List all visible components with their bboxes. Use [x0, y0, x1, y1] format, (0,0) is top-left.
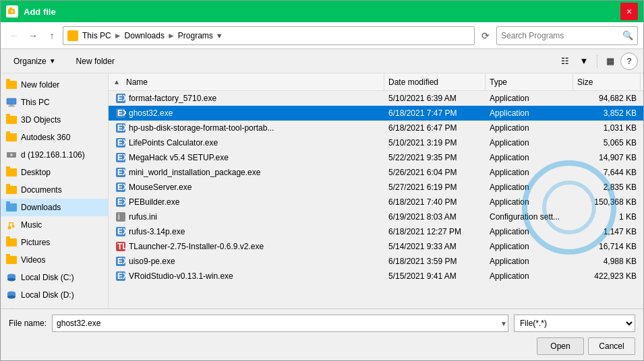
- breadcrumb-downloads[interactable]: Downloads: [125, 31, 165, 40]
- sidebar-item-3d-objects[interactable]: 3D Objects: [1, 111, 108, 129]
- svg-point-8: [10, 154, 13, 156]
- search-input[interactable]: [501, 31, 622, 40]
- file-type-cell: Application: [486, 153, 573, 162]
- file-name-text: LifePoints Calculator.exe: [129, 138, 218, 147]
- table-row[interactable]: EX mini_world_installation_package.exe 5…: [109, 165, 643, 180]
- filename-input[interactable]: [52, 315, 508, 332]
- file-icon: EX: [115, 256, 126, 267]
- file-name-cell: EX uiso9-pe.exe: [111, 256, 384, 267]
- file-type-cell: Application: [486, 183, 573, 192]
- sidebar-item-local-d[interactable]: Local Disk (D:): [1, 286, 108, 304]
- back-button[interactable]: ←: [6, 28, 22, 44]
- view-details-button[interactable]: ☷: [556, 53, 574, 70]
- col-header-size[interactable]: Size: [573, 73, 641, 90]
- sidebar-item-label: Pictures: [21, 238, 50, 247]
- table-row[interactable]: i rufus.ini 6/19/2021 8:03 AM Configurat…: [109, 209, 643, 224]
- table-row[interactable]: EX PEBuilder.exe 6/18/2021 7:40 PM Appli…: [109, 195, 643, 209]
- file-size-cell: 2,835 KB: [573, 183, 641, 192]
- file-icon: EX: [115, 271, 126, 282]
- file-date-cell: 5/10/2021 6:39 AM: [384, 94, 486, 103]
- sidebar-item-videos[interactable]: Videos: [1, 251, 108, 269]
- table-row[interactable]: EX MegaHack v5.4 SETUP.exe 5/22/2021 9:3…: [109, 150, 643, 165]
- bottom-bar: File name: ▼ File(*.*) Open Cancel: [1, 308, 643, 360]
- file-name-cell: EX LifePoints Calculator.exe: [111, 137, 384, 148]
- sidebar-item-new-folder[interactable]: New folder: [1, 76, 108, 94]
- table-row[interactable]: EX format-factory_5710.exe 5/10/2021 6:3…: [109, 91, 643, 106]
- file-date-cell: 5/15/2021 9:41 AM: [384, 271, 486, 281]
- autodesk-icon: [6, 132, 17, 143]
- breadcrumb-thispc[interactable]: This PC: [82, 31, 111, 40]
- filetype-select[interactable]: File(*.*): [514, 315, 635, 332]
- table-row[interactable]: EX rufus-3.14p.exe 6/18/2021 12:27 PM Ap…: [109, 224, 643, 239]
- file-name-cell: EX PEBuilder.exe: [111, 197, 384, 207]
- preview-pane-button[interactable]: ▦: [602, 53, 619, 70]
- sidebar-item-pictures[interactable]: Pictures: [1, 234, 108, 251]
- sidebar-item-label: Local Disk (C:): [21, 273, 74, 282]
- svg-rect-4: [7, 98, 16, 104]
- file-type-cell: Application: [486, 197, 573, 207]
- file-icon: EX: [115, 152, 126, 163]
- up-button[interactable]: ↑: [44, 28, 60, 44]
- file-name-text: MouseServer.exe: [129, 183, 192, 192]
- file-name-cell: EX VRoidStudio-v0.13.1-win.exe: [111, 271, 384, 282]
- cd-drive-icon: [6, 307, 17, 308]
- file-size-cell: 1,147 KB: [573, 227, 641, 236]
- sidebar-item-documents[interactable]: Documents: [1, 181, 108, 199]
- file-name-cell: EX mini_world_installation_package.exe: [111, 167, 384, 178]
- refresh-button[interactable]: ⟳: [477, 28, 494, 44]
- sidebar-item-downloads[interactable]: Downloads: [1, 199, 108, 216]
- sidebar-item-cd-drive[interactable]: CD Drive (F:): [1, 304, 108, 308]
- new-folder-button[interactable]: New folder: [69, 53, 122, 70]
- sidebar-item-label: New folder: [21, 80, 59, 90]
- open-button[interactable]: Open: [537, 337, 584, 355]
- sidebar-item-label: Local Disk (D:): [21, 290, 74, 300]
- new-folder-icon: [6, 79, 17, 90]
- sidebar-item-label: Autodesk 360: [21, 133, 70, 142]
- table-row[interactable]: TL TLauncher-2.75-Installer-0.6.9.v2.exe…: [109, 239, 643, 254]
- col-header-name[interactable]: Name: [122, 73, 384, 90]
- close-button[interactable]: ×: [620, 3, 638, 20]
- file-icon: TL: [115, 241, 126, 252]
- svg-text:EX: EX: [117, 138, 126, 147]
- col-header-type[interactable]: Type: [486, 73, 573, 90]
- sidebar-item-label: This PC: [21, 98, 50, 107]
- help-button[interactable]: ?: [620, 53, 638, 70]
- sidebar-item-network[interactable]: d (192.168.1.106): [1, 146, 108, 164]
- svg-rect-5: [9, 104, 13, 106]
- file-type-cell: Application: [486, 138, 573, 147]
- breadcrumb-dropdown-button[interactable]: ▼: [214, 32, 225, 40]
- title-bar-title: Add file: [24, 7, 615, 17]
- col-header-date[interactable]: Date modified: [384, 73, 486, 90]
- search-icon: 🔍: [622, 30, 633, 40]
- sidebar-item-music[interactable]: Music: [1, 216, 108, 234]
- sidebar-item-local-c[interactable]: Local Disk (C:): [1, 269, 108, 286]
- file-type-cell: Application: [486, 123, 573, 133]
- cancel-button[interactable]: Cancel: [588, 337, 635, 355]
- organize-dropdown-icon: ▼: [49, 57, 56, 65]
- file-name-text: hp-usb-disk-storage-format-tool-portab..…: [129, 123, 274, 133]
- file-list-header: ▲ Name Date modified Type Size: [109, 73, 643, 91]
- filename-label: File name:: [9, 319, 47, 328]
- file-size-cell: 150,368 KB: [573, 197, 641, 207]
- table-row[interactable]: EX LifePoints Calculator.exe 5/10/2021 3…: [109, 135, 643, 150]
- sidebar-item-autodesk[interactable]: Autodesk 360: [1, 129, 108, 146]
- table-row[interactable]: EX VRoidStudio-v0.13.1-win.exe 5/15/2021…: [109, 269, 643, 284]
- table-row[interactable]: EX uiso9-pe.exe 6/18/2021 3:59 PM Applic…: [109, 254, 643, 269]
- breadcrumb-bar: This PC ► Downloads ► Programs ▼: [63, 26, 475, 45]
- svg-point-13: [12, 225, 15, 228]
- view-dropdown-button[interactable]: ▼: [575, 53, 593, 70]
- sidebar-item-label: 3D Objects: [21, 115, 61, 125]
- table-row[interactable]: EX hp-usb-disk-storage-format-tool-porta…: [109, 121, 643, 135]
- breadcrumb-programs[interactable]: Programs: [178, 31, 213, 40]
- forward-button[interactable]: →: [25, 28, 41, 44]
- svg-text:EX: EX: [117, 197, 126, 207]
- file-name-cell: i rufus.ini: [111, 211, 384, 222]
- file-type-cell: Application: [486, 108, 573, 118]
- organize-button[interactable]: Organize ▼: [6, 53, 63, 70]
- file-date-cell: 6/18/2021 7:47 PM: [384, 108, 486, 118]
- sidebar-item-desktop[interactable]: Desktop: [1, 164, 108, 181]
- table-row[interactable]: EX MouseServer.exe 5/27/2021 6:19 PM App…: [109, 180, 643, 195]
- filename-dropdown-button[interactable]: ▼: [500, 320, 507, 327]
- table-row[interactable]: EX ghost32.exe 6/18/2021 7:47 PM Applica…: [109, 106, 643, 121]
- sidebar-item-this-pc[interactable]: This PC: [1, 94, 108, 111]
